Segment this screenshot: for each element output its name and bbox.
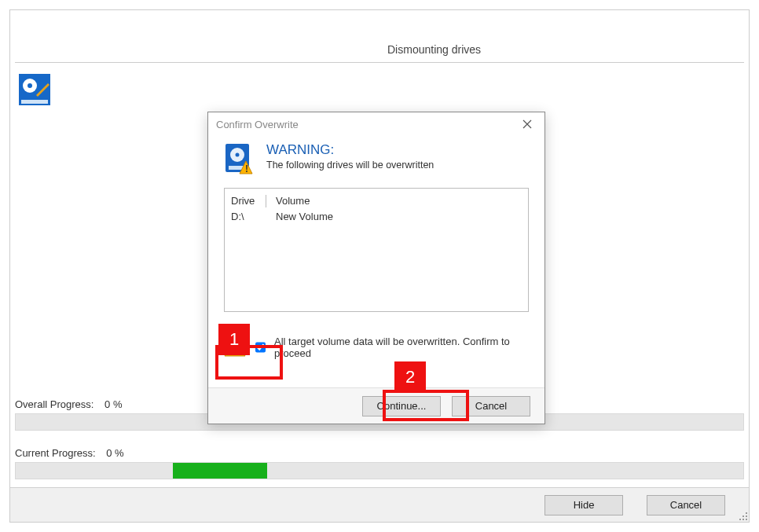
header-separator [15, 62, 744, 63]
drive-row[interactable]: D:\ New Volume [231, 209, 522, 225]
overall-progress-value: 0 % [104, 398, 122, 410]
dialog-footer: Continue... Cancel [208, 387, 544, 424]
volume-cell: New Volume [270, 209, 333, 225]
close-button[interactable] [512, 113, 543, 135]
confirm-overwrite-dialog: Confirm Overwrite ! WARNING: The fol [207, 112, 545, 424]
cancel-button[interactable]: Cancel [647, 495, 725, 515]
page-title: Dismounting drives [387, 43, 481, 61]
drive-warning-icon: ! [224, 142, 255, 177]
drive-cell: D:\ [231, 209, 262, 225]
confirm-overwrite-text: All target volume data will be overwritt… [274, 336, 529, 359]
warning-heading: WARNING: [266, 142, 434, 158]
svg-point-6 [236, 153, 240, 157]
drives-listbox[interactable]: Drive Volume D:\ New Volume [224, 188, 529, 312]
svg-text:!: ! [245, 163, 248, 174]
current-progress-marquee [173, 463, 267, 479]
close-icon [522, 119, 532, 129]
col-header-volume: Volume [270, 193, 310, 209]
svg-rect-3 [21, 100, 48, 104]
warning-subtext: The following drives will be overwritten [266, 160, 434, 171]
bottom-toolbar: Hide Cancel [10, 487, 749, 522]
confirm-overwrite-checkbox[interactable] [255, 342, 266, 353]
hide-button[interactable]: Hide [544, 495, 623, 515]
drives-header-row: Drive Volume [231, 193, 522, 209]
svg-point-2 [28, 83, 32, 88]
dialog-titlebar[interactable]: Confirm Overwrite [208, 112, 544, 136]
continue-button[interactable]: Continue... [362, 396, 441, 416]
current-progress-bar [15, 462, 744, 479]
overall-progress-label: Overall Progress: [15, 398, 94, 410]
resize-grip[interactable] [736, 509, 747, 520]
dialog-title: Confirm Overwrite [216, 119, 512, 130]
col-header-drive: Drive [231, 193, 262, 209]
svg-rect-9 [234, 343, 236, 350]
current-progress-value: 0 % [106, 447, 123, 459]
current-progress-label: Current Progress: [15, 447, 96, 459]
dialog-cancel-button[interactable]: Cancel [452, 396, 530, 416]
current-progress-section: Current Progress: 0 % [15, 447, 744, 479]
svg-rect-10 [234, 351, 236, 354]
dismount-drives-icon [18, 73, 51, 106]
warning-triangle-icon [224, 336, 246, 359]
